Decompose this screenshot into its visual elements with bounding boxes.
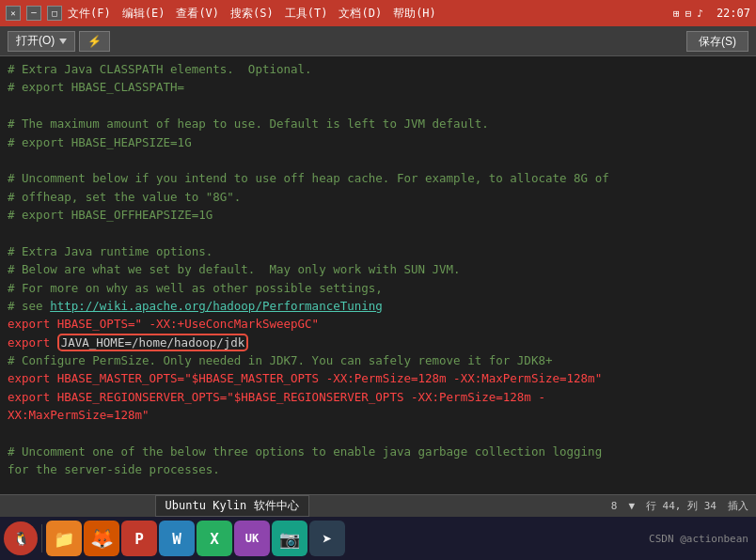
open-button[interactable]: 打开(O) <box>8 31 75 52</box>
tray-icon-2: ⊟ <box>685 8 692 20</box>
sound-icon: ♪ <box>697 8 703 20</box>
line-18: export HBASE_MASTER_OPTS="$HBASE_MASTER_… <box>8 369 748 387</box>
word-icon[interactable]: W <box>159 521 195 556</box>
toolbar: 打开(O) ⚡ 保存(S) <box>0 26 756 56</box>
line-2: # export HBASE_CLASSPATH= <box>8 78 748 96</box>
status-right: 8 ▼ 行 44, 列 34 插入 <box>611 499 748 513</box>
save-button[interactable]: 保存(S) <box>686 31 748 52</box>
powerpoint-icon[interactable]: P <box>121 521 157 556</box>
line-19b: XX:MaxPermSize=128m" <box>8 406 748 424</box>
line-6 <box>8 151 748 169</box>
watermark: CSDN @actionbean <box>649 533 752 545</box>
menu-tools[interactable]: 工具(T) <box>285 6 328 22</box>
line-3 <box>8 97 748 115</box>
close-button[interactable]: ✕ <box>6 6 21 21</box>
menu-docs[interactable]: 文档(D) <box>339 6 382 22</box>
position-indicator: 行 44, 列 34 <box>646 499 717 513</box>
circled-export: JAVA_HOME=/home/hadoop/jdk <box>57 334 249 351</box>
line-4: # The maximum amount of heap to use. Def… <box>8 115 748 132</box>
uk-icon[interactable]: UK <box>234 521 270 556</box>
files-icon[interactable]: 📁 <box>46 521 82 556</box>
firefox-icon[interactable]: 🦊 <box>84 521 119 556</box>
line-7: # Uncomment below if you intend to use o… <box>8 169 748 187</box>
menu-view[interactable]: 查看(V) <box>176 6 219 22</box>
menu-edit[interactable]: 编辑(E) <box>122 6 165 22</box>
editor-area[interactable]: # Extra Java CLASSPATH elements. Optiona… <box>0 56 756 494</box>
mode-indicator: 插入 <box>728 499 748 513</box>
ubuntu-icon[interactable]: 🐧 <box>4 521 38 555</box>
col-indicator: 8 <box>611 500 618 512</box>
menu-bar: 文件(F) 编辑(E) 查看(V) 搜索(S) 工具(T) 文档(D) 帮助(H… <box>68 6 436 22</box>
arrow-icon[interactable]: ➤ <box>309 521 345 556</box>
open-dropdown-icon <box>59 39 67 44</box>
line-11: # Extra Java runtime options. <box>8 242 748 260</box>
line-23 <box>8 479 748 494</box>
line-5: # export HBASE_HEAPSIZE=1G <box>8 133 748 151</box>
camera-icon[interactable]: 📷 <box>272 521 307 556</box>
maximize-button[interactable]: □ <box>47 6 62 21</box>
titlebar: ✕ ─ □ 文件(F) 编辑(E) 查看(V) 搜索(S) 工具(T) 文档(D… <box>0 0 756 26</box>
line-21: # Uncomment one of the below three optio… <box>8 443 748 460</box>
line-9: # export HBASE_OFFHEAPSIZE=1G <box>8 206 748 224</box>
tray-icon-1: ⊞ <box>673 8 680 20</box>
line-14: # see http://wiki.apache.org/hadoop/Perf… <box>8 297 748 315</box>
taskbar: 🐧 📁 🦊 P W X UK 📷 ➤ CSDN @actionbean <box>0 517 756 560</box>
menu-file[interactable]: 文件(F) <box>68 6 111 22</box>
minimize-button[interactable]: ─ <box>26 6 41 21</box>
line-16: export JAVA_HOME=/home/hadoop/jdk <box>8 334 748 351</box>
tooltip-ubuntu-kylin: Ubuntu Kylin 软件中心 <box>155 495 309 517</box>
line-15: export HBASE_OPTS=" -XX:+UseConcMarkSwee… <box>8 315 748 333</box>
arrow-indicator: ▼ <box>628 500 635 512</box>
menu-search[interactable]: 搜索(S) <box>230 6 274 22</box>
line-12: # Below are what we set by default. May … <box>8 260 748 278</box>
hadoop-link[interactable]: http://wiki.apache.org/hadoop/Performanc… <box>50 299 383 313</box>
line-13: # For more on why as well as other possi… <box>8 279 748 297</box>
toolbar-right: 保存(S) <box>686 31 748 52</box>
taskbar-separator <box>41 524 42 552</box>
clock: 22:07 <box>717 7 750 20</box>
line-22: for the server-side processes. <box>8 460 748 478</box>
menu-help[interactable]: 帮助(H) <box>393 6 436 22</box>
line-8: # offheap, set the value to "8G". <box>8 188 748 206</box>
title-icons: ⊞ ⊟ ♪ <box>673 8 703 20</box>
statusbar: Ubuntu Kylin 软件中心 8 ▼ 行 44, 列 34 插入 <box>0 494 756 517</box>
line-10 <box>8 224 748 241</box>
line-1: # Extra Java CLASSPATH elements. Optiona… <box>8 60 748 78</box>
excel-icon[interactable]: X <box>197 521 232 556</box>
line-17: # Configure PermSize. Only needed in JDK… <box>8 351 748 369</box>
new-button[interactable]: ⚡ <box>79 31 110 52</box>
line-19: export HBASE_REGIONSERVER_OPTS="$HBASE_R… <box>8 388 748 406</box>
line-20 <box>8 425 748 443</box>
